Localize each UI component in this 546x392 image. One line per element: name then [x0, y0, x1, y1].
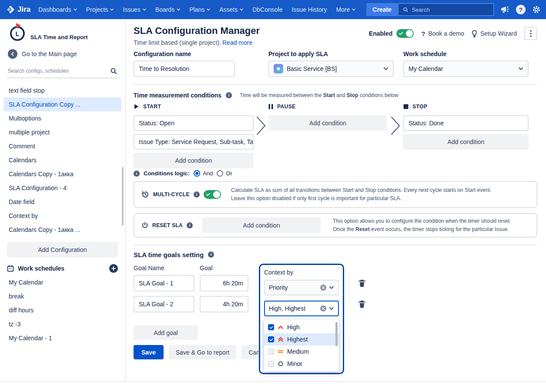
checkbox-unchecked-icon: [268, 348, 274, 355]
sidebar-search[interactable]: [7, 64, 118, 78]
schedule-item[interactable]: tz -3: [3, 317, 121, 331]
setup-wizard-button[interactable]: Setup Wizard: [472, 30, 517, 37]
work-schedule-select[interactable]: My Calendar: [403, 60, 529, 77]
context-values-menu: High Highest Medium: [264, 319, 339, 372]
sidebar: L SLA Time and Report Go to the Main pag…: [0, 19, 126, 381]
info-icon[interactable]: i: [208, 251, 214, 258]
logic-or-radio[interactable]: Or: [217, 170, 232, 177]
schedule-item[interactable]: break: [3, 289, 121, 303]
check-icon: [206, 193, 210, 196]
clear-icon[interactable]: [320, 305, 326, 312]
nav-item-more[interactable]: More: [336, 6, 355, 13]
config-item[interactable]: Comment: [3, 139, 121, 153]
pause-add-condition-button[interactable]: Add condition: [268, 115, 387, 131]
nav-item-issues[interactable]: Issues: [123, 6, 146, 13]
global-search[interactable]: [398, 3, 494, 16]
goal-name-input[interactable]: [134, 296, 194, 312]
app-logo: L SLA Time and Report: [0, 23, 125, 44]
add-schedule-button[interactable]: [109, 264, 118, 273]
logic-and-radio[interactable]: And: [194, 170, 213, 177]
config-item[interactable]: text field stop: [3, 84, 121, 97]
settings-button[interactable]: [532, 5, 541, 14]
header-controls: Enabled ? Book a demo Setup Wizard: [369, 25, 537, 40]
search-icon: [403, 7, 409, 13]
add-configuration-button[interactable]: Add Configuration: [7, 242, 118, 258]
radio-checked-icon: [194, 170, 200, 177]
back-to-main-link[interactable]: Go to the Main page: [0, 44, 125, 64]
multi-cycle-description: Calculate SLA as sum of all transitions …: [231, 186, 491, 202]
goal-value-input[interactable]: [200, 275, 248, 291]
nav-item-dashboards[interactable]: Dashboards: [38, 6, 77, 13]
reset-sla-card: RESET SLA i Add condition This option al…: [134, 213, 537, 238]
config-item[interactable]: Calendars: [3, 153, 121, 167]
save-go-report-button[interactable]: Save & Go to report: [169, 345, 237, 359]
config-item[interactable]: Context by: [3, 209, 121, 223]
config-item[interactable]: Calendars Copy - 1акка: [3, 167, 121, 181]
chevron-down-icon: [240, 8, 243, 11]
goal-value-input[interactable]: [200, 296, 248, 312]
info-icon[interactable]: i: [226, 92, 232, 98]
add-goal-button[interactable]: Add goal: [134, 325, 198, 340]
goal-name-input[interactable]: [134, 275, 194, 291]
stop-label: STOP: [412, 104, 427, 110]
project-select[interactable]: Basic Service [BS]: [268, 60, 394, 77]
enabled-label: Enabled: [369, 30, 392, 37]
delete-goal-button[interactable]: [358, 299, 366, 309]
trash-icon: [358, 300, 365, 308]
announcements-button[interactable]: [501, 6, 509, 13]
schedule-item[interactable]: My Calendar - 1: [3, 331, 121, 345]
jira-logo[interactable]: Jira: [6, 5, 30, 14]
start-condition-chip[interactable]: Issue Type: Service Request, Sub-task, T…: [134, 134, 254, 150]
save-button[interactable]: Save: [134, 345, 164, 359]
nav-item-plans[interactable]: Plans: [189, 6, 210, 13]
pause-label: PAUSE: [277, 104, 295, 110]
nav-item-boards[interactable]: Boards: [155, 6, 180, 13]
schedule-item[interactable]: diff hours: [3, 303, 121, 317]
back-arrow-icon: [8, 49, 17, 59]
config-item[interactable]: Calendars Copy - 1акка ...: [3, 223, 121, 237]
multi-cycle-toggle[interactable]: [204, 190, 221, 199]
config-item[interactable]: Multioptions: [3, 111, 121, 125]
nav-item-dbconsole[interactable]: DbConsole: [252, 6, 282, 13]
read-more-link[interactable]: Read more: [222, 39, 252, 46]
schedule-item[interactable]: My Calendar: [3, 275, 121, 289]
calendar-icon: [7, 265, 14, 272]
nav-item-assets[interactable]: Assets: [219, 6, 243, 13]
sidebar-scrollbar[interactable]: [122, 167, 124, 226]
more-options-button[interactable]: [524, 27, 537, 40]
config-item[interactable]: multiple project: [3, 125, 121, 139]
config-item[interactable]: SLA Configuration - 4: [3, 181, 121, 195]
menu-option-medium[interactable]: Medium: [264, 345, 339, 358]
search-icon: [110, 67, 117, 74]
book-demo-button[interactable]: ? Book a demo: [421, 30, 464, 37]
clear-icon[interactable]: [320, 285, 326, 291]
start-add-condition-button[interactable]: Add condition: [134, 153, 254, 168]
menu-option-high[interactable]: High: [264, 321, 339, 333]
help-button[interactable]: ?: [516, 5, 526, 14]
reset-add-condition-button[interactable]: Add condition: [202, 218, 321, 233]
stop-condition-chip[interactable]: Status: Done: [403, 115, 529, 131]
config-item[interactable]: Date field: [3, 195, 121, 209]
nav-item-projects[interactable]: Projects: [86, 6, 114, 13]
menu-option-highest[interactable]: Highest: [264, 333, 339, 345]
info-icon[interactable]: i: [187, 222, 193, 228]
config-name-input[interactable]: [134, 60, 235, 77]
enabled-toggle[interactable]: [396, 29, 414, 38]
section-divider: [134, 245, 537, 245]
global-search-input[interactable]: [412, 7, 489, 13]
goal-name-column-label: Goal Name: [134, 265, 200, 272]
stop-add-condition-button[interactable]: Add condition: [403, 134, 529, 150]
menu-scrollbar[interactable]: [335, 322, 338, 346]
info-icon[interactable]: i: [194, 191, 200, 198]
config-item-selected[interactable]: SLA Configuration Copy ...: [3, 97, 121, 111]
info-icon[interactable]: i: [134, 171, 140, 177]
delete-goal-button[interactable]: [358, 278, 366, 288]
menu-option-minor[interactable]: Minor: [264, 358, 339, 370]
start-condition-chip[interactable]: Status: Open: [134, 115, 254, 131]
context-field-select[interactable]: Priority: [264, 280, 339, 295]
help-icon: ?: [516, 5, 526, 14]
context-values-select[interactable]: High, Highest: [264, 301, 339, 316]
nav-item-issue-history[interactable]: Issue History: [291, 6, 327, 13]
create-button[interactable]: Create: [366, 3, 398, 16]
sidebar-search-input[interactable]: [8, 68, 110, 74]
